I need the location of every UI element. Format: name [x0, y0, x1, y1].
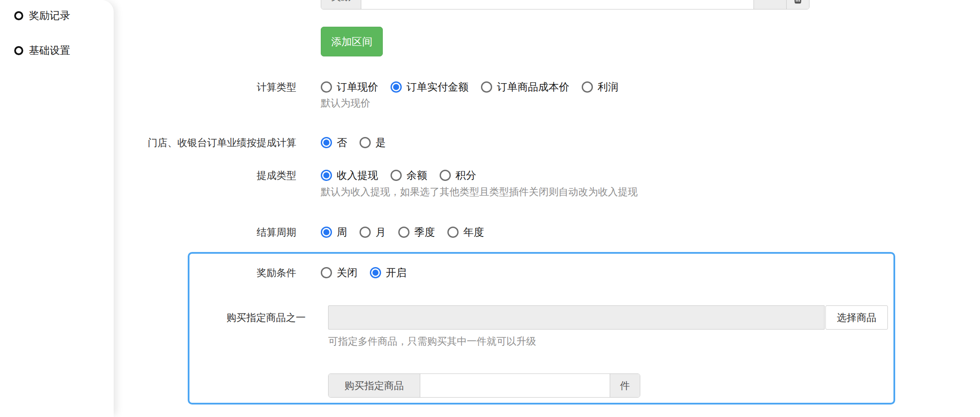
radio-year[interactable]: 年度	[447, 225, 484, 239]
radio-order-cost-price[interactable]: 订单商品成本价	[481, 80, 569, 94]
radio-points[interactable]: 积分	[440, 168, 476, 182]
radio-icon-checked	[321, 137, 332, 148]
product-qty-input[interactable]	[420, 374, 610, 397]
row-product-one: 购买指定商品之一 选择商品	[0, 305, 980, 330]
radio-profit[interactable]: 利润	[582, 80, 618, 94]
sidebar-item-label: 奖励记录	[29, 9, 70, 22]
radio-icon	[398, 227, 409, 238]
add-range-button[interactable]: 添加区间	[321, 27, 383, 56]
sidebar: 奖励记录 基础设置	[0, 0, 114, 417]
product-qty-prefix-addon: 购买指定商品	[329, 374, 420, 397]
product-one-help: 可指定多件商品，只需购买其中一件就可以升级	[328, 335, 536, 348]
radio-condition-off[interactable]: 关闭	[321, 266, 357, 280]
radio-icon	[360, 137, 371, 148]
radio-week[interactable]: 周	[321, 225, 347, 239]
radio-icon	[391, 170, 402, 181]
radio-icon	[321, 81, 332, 93]
radio-icon	[582, 81, 593, 93]
sidebar-item-label: 基础设置	[29, 44, 70, 57]
radio-store-no[interactable]: 否	[321, 136, 347, 149]
product-one-input[interactable]	[328, 305, 825, 330]
radio-icon-checked	[321, 227, 332, 238]
radio-condition-on[interactable]: 开启	[370, 266, 406, 280]
radio-store-yes[interactable]: 是	[360, 136, 386, 149]
row-reward-condition: 奖励条件 关闭 开启	[0, 265, 980, 280]
row-product-one-help: 可指定多件商品，只需购买其中一件就可以升级	[0, 334, 980, 349]
commission-type-help: 默认为收入提现，如果选了其他类型且类型插件关闭则自动改为收入提现	[321, 185, 638, 199]
trash-icon	[791, 0, 805, 4]
row-settlement-cycle: 结算周期 周 月 季度 年度	[0, 225, 980, 240]
row-commission-type: 提成类型 收入提现 余额 积分	[0, 168, 980, 183]
reward-prefix-addon: 奖励	[321, 0, 361, 9]
percent-addon: %	[754, 0, 786, 9]
delete-tier-button[interactable]	[786, 0, 809, 9]
radio-icon-checked	[321, 170, 332, 181]
circle-icon	[14, 46, 23, 55]
row-commission-type-help: 默认为收入提现，如果选了其他类型且类型插件关闭则自动改为收入提现	[0, 184, 980, 199]
circle-icon	[14, 11, 23, 20]
radio-icon-checked	[391, 81, 402, 93]
radio-icon	[440, 170, 451, 181]
unit-addon: 件	[610, 374, 640, 397]
product-qty-group: 购买指定商品 件	[328, 373, 640, 398]
radio-icon	[481, 81, 492, 93]
sidebar-item-basic-settings[interactable]: 基础设置	[14, 42, 70, 59]
row-product-qty: 购买指定商品 件	[0, 373, 980, 398]
calc-type-help: 默认为现价	[321, 96, 370, 110]
row-store-commission: 门店、收银台订单业绩按提成计算 否 是	[0, 135, 980, 150]
radio-icon-checked	[370, 267, 381, 278]
sidebar-item-reward-records[interactable]: 奖励记录	[14, 7, 70, 24]
radio-month[interactable]: 月	[360, 225, 386, 239]
radio-income-withdraw[interactable]: 收入提现	[321, 168, 378, 182]
radio-icon	[360, 227, 371, 238]
select-product-button[interactable]: 选择商品	[825, 305, 888, 330]
radio-icon	[321, 267, 332, 278]
row-calc-type-help: 默认为现价	[0, 96, 980, 110]
radio-order-paid-amount[interactable]: 订单实付金额	[391, 80, 468, 94]
reward-tier-input-group: 奖励 %	[321, 0, 809, 9]
radio-quarter[interactable]: 季度	[398, 225, 435, 239]
radio-icon	[447, 227, 459, 238]
row-calc-type: 计算类型 订单现价 订单实付金额 订单商品成本价 利润	[0, 80, 980, 94]
radio-order-current-price[interactable]: 订单现价	[321, 80, 378, 94]
radio-balance[interactable]: 余额	[391, 168, 427, 182]
reward-percent-input[interactable]	[361, 0, 754, 9]
page: 奖励记录 基础设置 奖励 % 添加区间	[0, 0, 980, 417]
